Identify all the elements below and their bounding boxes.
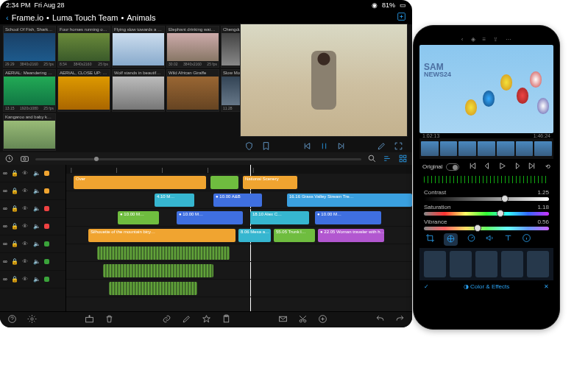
timeline-lane[interactable] — [66, 244, 412, 262]
skip-back-icon[interactable] — [302, 141, 312, 152]
speaker-icon[interactable]: 🔈 — [33, 188, 40, 194]
speaker-icon[interactable]: 🔈 — [33, 241, 40, 247]
link-icon[interactable]: ∞ — [3, 241, 7, 247]
breadcrumb[interactable]: ‹ Frame.io • Luma Touch Team • Animals — [0, 10, 412, 24]
check-icon[interactable]: ✓ — [424, 283, 429, 290]
media-thumb[interactable]: Four horses running o… 8.543840x216025 f… — [57, 26, 110, 68]
timeline-clip[interactable]: 4.10 M… — [155, 194, 194, 207]
redo-icon[interactable] — [395, 314, 405, 325]
timeline-clip[interactable]: ● 22.05 Woman traveler with h… — [318, 229, 384, 242]
skip-fwd-icon[interactable] — [336, 141, 346, 152]
play-icon[interactable] — [497, 161, 507, 172]
track-header[interactable]: ∞ 🔒 👁 🔈 — [0, 182, 65, 200]
timeline-clip[interactable]: Over — [74, 176, 206, 189]
color-tab-icon[interactable] — [444, 233, 458, 246]
link-icon[interactable]: ∞ — [3, 276, 7, 283]
eye-icon[interactable]: 👁 — [22, 241, 29, 247]
timeline-clip[interactable]: Silhouette of the mountain bicy… — [88, 229, 235, 242]
link-icon[interactable]: ∞ — [3, 188, 7, 194]
clipboard-icon[interactable] — [222, 314, 231, 325]
speaker-icon[interactable]: 🔈 — [33, 223, 40, 230]
adjust-slider[interactable] — [424, 227, 549, 230]
timeline-lane[interactable]: Silhouette of the mountain bicy…8.06 Mes… — [66, 227, 412, 244]
fullscreen-icon[interactable] — [394, 141, 403, 152]
link-icon[interactable]: ∞ — [3, 223, 7, 230]
text-icon[interactable] — [503, 233, 513, 246]
star-icon[interactable] — [202, 314, 211, 325]
history-icon[interactable] — [4, 154, 14, 165]
track-header[interactable]: ∞ 🔒 👁 🔈 — [0, 165, 65, 182]
lock-icon[interactable]: 🔒 — [11, 223, 18, 230]
preset-tile[interactable] — [527, 251, 549, 277]
media-thumb[interactable]: Kangaroo and baby kan… — [3, 113, 56, 151]
time-ruler[interactable]: ||||| — [66, 165, 412, 174]
timeline-lane[interactable]: OverNational Scenery — [66, 174, 412, 191]
media-thumb[interactable]: Wild African Giraffe — [166, 69, 219, 111]
timeline-clip[interactable]: 16.16 Grass Valley Stream Tre… — [287, 194, 412, 207]
media-thumb[interactable]: AERIAL: Meandering riv… 13.151920x108025… — [3, 69, 56, 111]
timeline-clip[interactable] — [210, 176, 238, 189]
preset-tile[interactable] — [501, 251, 523, 277]
timeline-clip[interactable]: National Scenery — [243, 176, 297, 189]
slider-knob[interactable] — [474, 224, 481, 232]
audio-clip[interactable] — [103, 264, 213, 277]
timeline-clip[interactable]: 8.06 Mesa a… — [238, 229, 271, 242]
add-track-icon[interactable] — [85, 314, 94, 325]
adjust-slider[interactable] — [424, 197, 549, 201]
timeline-lane[interactable]: 4.10 M…● 10.00 A&B16.16 Grass Valley Str… — [66, 191, 412, 209]
timeline-clip[interactable]: 55.05 Trunk l… — [274, 229, 315, 242]
help-icon[interactable] — [7, 314, 17, 325]
eye-icon[interactable]: 👁 — [22, 170, 29, 177]
speaker-icon[interactable]: 🔈 — [33, 170, 40, 177]
loop-icon[interactable]: ⟲ — [545, 163, 550, 170]
scrub-slider[interactable] — [35, 158, 361, 160]
adjust-slider[interactable] — [424, 212, 549, 216]
frame-fwd-icon[interactable] — [512, 161, 522, 172]
trash-icon[interactable] — [105, 314, 114, 325]
section-label[interactable]: ◑ Color & Effects — [464, 283, 509, 290]
slider-knob[interactable] — [501, 195, 509, 202]
track-header[interactable]: ∞ 🔒 👁 🔈 — [0, 253, 65, 271]
lock-icon[interactable]: 🔒 — [11, 241, 18, 247]
preset-strip[interactable] — [419, 247, 553, 280]
media-thumb[interactable]: Flying slow towards a f… — [112, 26, 165, 68]
add-media-icon[interactable] — [397, 12, 406, 23]
preset-tile[interactable] — [424, 251, 446, 277]
crumb-1[interactable]: Luma Touch Team — [52, 13, 118, 22]
tracks-area[interactable]: ||||| OverNational Scenery4.10 M…● 10.00… — [66, 165, 412, 311]
track-header[interactable]: ∞ 🔒 👁 🔈 — [0, 200, 65, 218]
back-icon[interactable]: ‹ — [6, 13, 9, 22]
add-clip-icon[interactable] — [318, 314, 327, 325]
settings-icon[interactable] — [27, 314, 37, 325]
crop-icon[interactable] — [425, 233, 435, 246]
camera-icon[interactable] — [20, 154, 29, 165]
skip-start-icon[interactable] — [468, 161, 478, 172]
link-icon[interactable]: ∞ — [3, 258, 7, 265]
track-header[interactable]: ∞ 🔒 👁 🔈 — [0, 271, 65, 288]
pause-icon[interactable] — [319, 141, 329, 152]
phone-timeline[interactable] — [419, 138, 553, 159]
lock-icon[interactable]: 🔒 — [11, 276, 18, 283]
preset-tile[interactable] — [475, 251, 497, 277]
speaker-icon[interactable]: 🔈 — [33, 205, 40, 212]
lock-icon[interactable]: 🔒 — [11, 258, 18, 265]
media-thumb[interactable]: Elephant drinking wate… 30.023840x216025… — [166, 26, 219, 68]
envelope-icon[interactable] — [278, 314, 288, 325]
link-icon[interactable]: ∞ — [3, 170, 7, 177]
lock-icon[interactable]: 🔒 — [11, 170, 18, 177]
speaker-icon[interactable]: 🔈 — [33, 276, 40, 283]
timeline[interactable]: ∞ 🔒 👁 🔈 ∞ 🔒 👁 🔈 ∞ 🔒 👁 🔈 ∞ 🔒 👁 🔈 ∞ 🔒 👁 🔈 … — [0, 165, 412, 311]
marker-icon[interactable] — [261, 141, 271, 152]
close-icon[interactable]: ✕ — [544, 283, 549, 290]
phone-preview[interactable]: SAM NEWS24 — [419, 45, 553, 133]
link-icon[interactable] — [162, 314, 171, 325]
media-thumb[interactable]: Wolf stands in beautifu… — [112, 69, 165, 111]
crumb-2[interactable]: Animals — [127, 13, 155, 22]
eye-icon[interactable]: 👁 — [22, 223, 29, 230]
audio-icon[interactable] — [485, 233, 495, 246]
pencil-icon[interactable] — [182, 314, 191, 325]
timeline-clip[interactable]: ● 10.00 M… — [315, 211, 381, 224]
slider-knob[interactable] — [497, 210, 504, 217]
track-header[interactable]: ∞ 🔒 👁 🔈 — [0, 218, 65, 235]
preset-tile[interactable] — [450, 251, 472, 277]
